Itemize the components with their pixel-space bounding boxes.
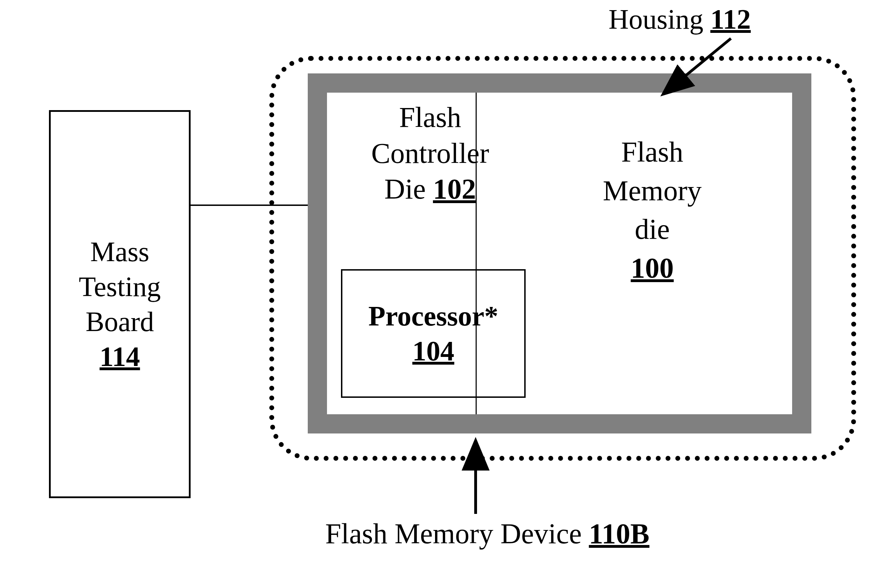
fmd-line1: Flash — [556, 133, 748, 172]
mtb-line2: Testing — [79, 269, 161, 304]
diagram-canvas: Mass Testing Board 114 Flash Controller … — [0, 0, 882, 588]
mass-testing-board-box: Mass Testing Board 114 — [49, 110, 191, 498]
flash-memory-die-label: Flash Memory die 100 — [556, 133, 748, 288]
housing-label-text: Housing — [609, 4, 710, 34]
fmd-line2: Memory — [556, 172, 748, 210]
fcd-refnum: 102 — [433, 173, 476, 205]
fcd-line3-prefix: Die — [384, 173, 433, 205]
fcd-line3: Die 102 — [336, 171, 524, 207]
processor-name: Processor* — [368, 298, 498, 333]
flash-memory-device-label: Flash Memory Device 110B — [325, 518, 649, 550]
fmd-refnum: 100 — [556, 249, 748, 288]
device-arrow-icon — [461, 458, 490, 518]
processor-box: Processor* 104 — [341, 269, 526, 398]
fcd-line1: Flash — [336, 100, 524, 136]
housing-label: Housing 112 — [609, 3, 751, 35]
fcd-line2: Controller — [336, 136, 524, 172]
device-refnum: 110B — [589, 518, 649, 549]
housing-arrow-icon — [672, 39, 741, 91]
svg-line-0 — [682, 39, 731, 79]
processor-refnum: 104 — [412, 333, 454, 369]
fmd-line3: die — [556, 210, 748, 249]
mtb-line3: Board — [86, 304, 154, 339]
mtb-line1: Mass — [90, 234, 149, 269]
housing-refnum: 112 — [710, 4, 751, 34]
flash-controller-die-label: Flash Controller Die 102 — [336, 100, 524, 207]
device-label-text: Flash Memory Device — [325, 518, 589, 549]
mtb-refnum: 114 — [100, 339, 140, 374]
